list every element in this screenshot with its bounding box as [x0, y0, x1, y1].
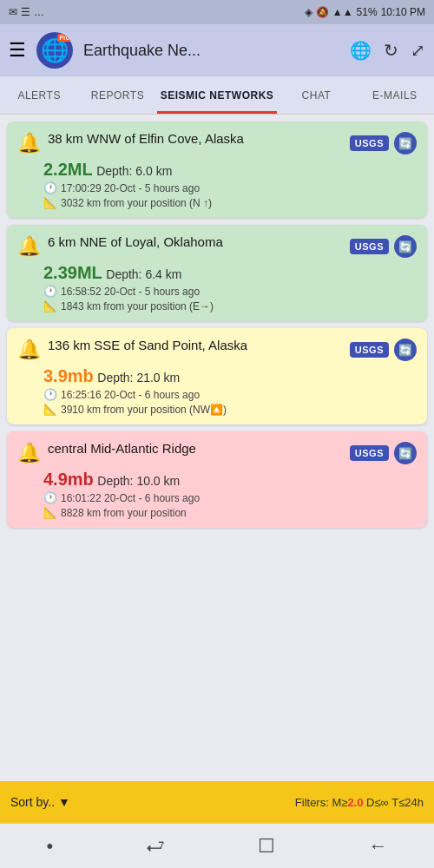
status-left-icons: ✉ ☰ …	[9, 6, 44, 18]
share-btn-2[interactable]: 🔄	[394, 235, 417, 258]
earthquake-card-4: 🔔 central Mid-Atlantic Ridge USGS 🔄 4.9m…	[7, 431, 427, 528]
share-btn-3[interactable]: 🔄	[394, 339, 417, 361]
globe-nav-icon[interactable]: 🌐	[350, 40, 372, 61]
card-location-2: 6 km NNE of Loyal, Oklahoma	[48, 233, 350, 251]
time-row-4: 🕐 16:01:22 20-Oct - 6 hours ago	[43, 491, 417, 504]
earthquake-card-1: 🔔 38 km WNW of Elfin Cove, Alaska USGS 🔄…	[7, 122, 427, 218]
expand-icon[interactable]: ⤢	[411, 40, 425, 61]
pro-badge: Pro	[57, 34, 71, 42]
distance-row-2: 📐 1843 km from your position (E→)	[43, 299, 417, 312]
filter-prefix: Filters: M≥	[295, 796, 348, 809]
share-btn-1[interactable]: 🔄	[394, 132, 417, 155]
share-btn-4[interactable]: 🔄	[394, 442, 417, 464]
usgs-btn-2[interactable]: USGS	[350, 239, 389, 254]
dot-nav-icon[interactable]: •	[47, 835, 54, 858]
filter-magnitude: 2.0	[347, 796, 363, 809]
menu-status-icon: ☰	[21, 6, 30, 18]
earthquake-list: 🔔 38 km WNW of Elfin Cove, Alaska USGS 🔄…	[0, 115, 434, 781]
clock-icon-2: 🕐	[43, 285, 57, 298]
status-right-info: ◈ 🔕 ▲▲ 51% 10:10 PM	[305, 6, 425, 18]
time-row-1: 🕐 17:00:29 20-Oct - 5 hours ago	[43, 181, 417, 194]
quake-icon-4: 🔔	[17, 442, 41, 464]
depth-3: Depth: 21.0 km	[97, 371, 180, 385]
filter-info: Filters: M≥2.0 D≤∞ T≤24h	[295, 796, 424, 809]
time-row-3: 🕐 16:25:16 20-Oct - 6 hours ago	[43, 388, 417, 401]
location-icon: ◈	[305, 6, 312, 18]
navigation-bar: • ⮐ ☐ ←	[0, 823, 434, 868]
distance-text-4: 8828 km from your position	[61, 507, 187, 519]
distance-icon-3: 📐	[43, 403, 57, 416]
tab-reports[interactable]: REPORTS	[78, 76, 156, 114]
hamburger-menu[interactable]: ☰	[9, 39, 26, 62]
battery-text: 51%	[357, 6, 378, 18]
mail-icon: ✉	[9, 6, 17, 18]
quake-icon-3: 🔔	[17, 339, 41, 361]
card-header-1: 🔔 38 km WNW of Elfin Cove, Alaska USGS 🔄	[17, 130, 417, 155]
card-location-4: central Mid-Atlantic Ridge	[48, 440, 350, 457]
app-header: ☰ 🌐 Pro Earthquake Ne... 🌐 ↻ ⤢	[0, 24, 434, 76]
distance-icon-2: 📐	[43, 299, 57, 312]
quake-icon-1: 🔔	[17, 132, 41, 155]
distance-icon-1: 📐	[43, 196, 57, 209]
header-right: 🌐 ↻ ⤢	[350, 40, 425, 61]
time-text-2: 16:58:52 20-Oct - 5 hours ago	[61, 286, 200, 298]
distance-row-4: 📐 8828 km from your position	[43, 506, 417, 519]
time-row-2: 🕐 16:58:52 20-Oct - 5 hours ago	[43, 285, 417, 298]
refresh-icon[interactable]: ↻	[384, 40, 398, 61]
card-body-2: 2.39ML Depth: 6.4 km 🕐 16:58:52 20-Oct -…	[17, 263, 417, 312]
distance-row-1: 📐 3032 km from your position (N ↑)	[43, 196, 417, 209]
distance-text-3: 3910 km from your position (NW🔼)	[61, 404, 227, 416]
tab-bar: ALERTS REPORTS SEISMIC NETWORKS CHAT E-M…	[0, 76, 434, 115]
earthquake-card-3: 🔔 136 km SSE of Sand Point, Alaska USGS …	[7, 328, 427, 424]
card-actions-2: USGS 🔄	[350, 235, 417, 258]
depth-1: Depth: 6.0 km	[96, 164, 172, 178]
depth-4: Depth: 10.0 km	[97, 474, 180, 488]
header-left: ☰ 🌐 Pro Earthquake Ne...	[9, 32, 201, 69]
card-actions-4: USGS 🔄	[350, 442, 417, 464]
sort-dropdown-icon: ▼	[58, 795, 70, 809]
magnitude-1: 2.2ML	[43, 160, 93, 179]
magnitude-3: 3.9mb	[43, 366, 94, 385]
distance-text-1: 3032 km from your position (N ↑)	[61, 197, 212, 209]
tab-alerts[interactable]: ALERTS	[0, 76, 78, 114]
card-location-1: 38 km WNW of Elfin Cove, Alaska	[48, 130, 350, 148]
filter-suffix: D≤∞ T≤24h	[363, 796, 424, 809]
tab-seismic-networks[interactable]: SEISMIC NETWORKS	[157, 76, 278, 114]
card-mag-row-2: 2.39ML Depth: 6.4 km	[43, 263, 417, 283]
tab-chat[interactable]: CHAT	[277, 76, 355, 114]
square-nav-icon[interactable]: ☐	[258, 835, 275, 858]
wifi-icon: ▲▲	[332, 6, 353, 18]
status-bar: ✉ ☰ … ◈ 🔕 ▲▲ 51% 10:10 PM	[0, 0, 434, 24]
sort-button[interactable]: Sort by.. ▼	[10, 795, 70, 809]
card-header-4: 🔔 central Mid-Atlantic Ridge USGS 🔄	[17, 440, 417, 464]
distance-row-3: 📐 3910 km from your position (NW🔼)	[43, 403, 417, 416]
card-title-row-4: 🔔 central Mid-Atlantic Ridge	[17, 440, 350, 464]
card-title-row-1: 🔔 38 km WNW of Elfin Cove, Alaska	[17, 130, 350, 155]
time-text-4: 16:01:22 20-Oct - 6 hours ago	[61, 492, 200, 504]
usgs-btn-1[interactable]: USGS	[350, 135, 389, 151]
card-body-1: 2.2ML Depth: 6.0 km 🕐 17:00:29 20-Oct - …	[17, 160, 417, 209]
back-nav-icon[interactable]: ←	[368, 835, 387, 858]
card-actions-1: USGS 🔄	[350, 132, 417, 155]
card-title-row-2: 🔔 6 km NNE of Loyal, Oklahoma	[17, 233, 350, 258]
tab-emails[interactable]: E-MAILS	[356, 76, 434, 114]
bottom-filter-bar: Sort by.. ▼ Filters: M≥2.0 D≤∞ T≤24h	[0, 781, 434, 823]
magnitude-2: 2.39ML	[43, 263, 102, 282]
sort-label: Sort by..	[10, 795, 55, 809]
return-nav-icon[interactable]: ⮐	[146, 835, 165, 858]
time-text-1: 17:00:29 20-Oct - 5 hours ago	[61, 182, 200, 194]
clock-icon-1: 🕐	[43, 181, 57, 194]
quake-icon-2: 🔔	[17, 235, 41, 258]
time-text: 10:10 PM	[381, 6, 425, 18]
card-mag-row-1: 2.2ML Depth: 6.0 km	[43, 160, 417, 180]
usgs-btn-3[interactable]: USGS	[350, 342, 389, 358]
depth-2: Depth: 6.4 km	[106, 267, 181, 281]
card-title-row-3: 🔔 136 km SSE of Sand Point, Alaska	[17, 337, 350, 361]
card-actions-3: USGS 🔄	[350, 339, 417, 361]
card-header-2: 🔔 6 km NNE of Loyal, Oklahoma USGS 🔄	[17, 233, 417, 258]
time-text-3: 16:25:16 20-Oct - 6 hours ago	[61, 389, 200, 401]
clock-icon-3: 🕐	[43, 388, 57, 401]
usgs-btn-4[interactable]: USGS	[350, 445, 389, 461]
card-body-4: 4.9mb Depth: 10.0 km 🕐 16:01:22 20-Oct -…	[17, 470, 417, 519]
distance-text-2: 1843 km from your position (E→)	[61, 300, 214, 312]
